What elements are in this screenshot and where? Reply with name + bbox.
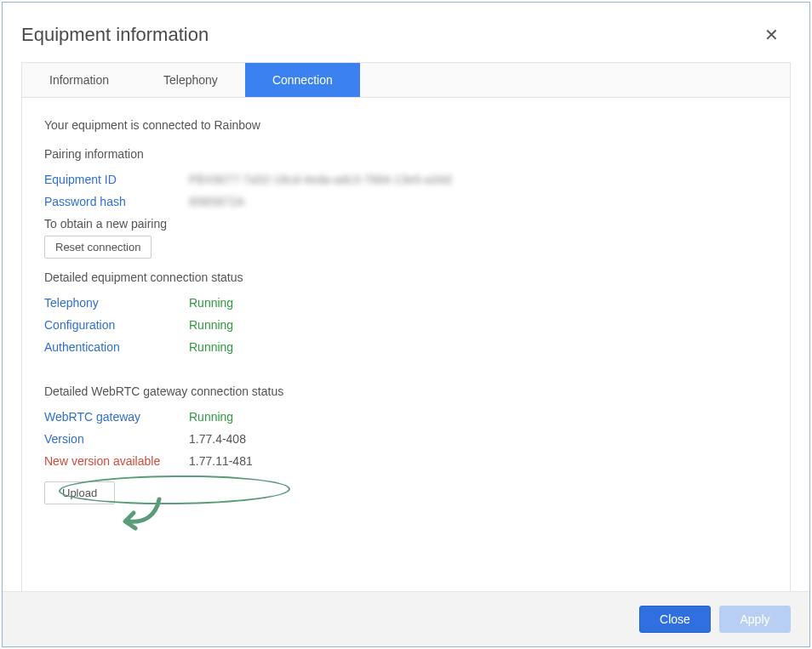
tab-content-connection: Your equipment is connected to Rainbow P… [22,98,790,591]
tab-information[interactable]: Information [22,63,136,97]
obtain-pairing-note: To obtain a new pairing [44,217,768,231]
new-version-value: 1.77.11-481 [189,454,253,468]
telephony-status-label: Telephony [44,296,189,310]
tabs-container: Information Telephony Connection Your eq… [21,62,791,591]
webrtc-status-title: Detailed WebRTC gateway connection statu… [44,384,768,398]
close-button[interactable]: Close [639,606,711,633]
configuration-status-label: Configuration [44,318,189,332]
reset-connection-button[interactable]: Reset connection [44,236,152,259]
connection-status-msg: Your equipment is connected to Rainbow [44,118,768,132]
new-version-label: New version available [44,454,189,468]
close-icon[interactable]: ✕ [758,23,786,47]
webrtc-version-value: 1.77.4-408 [189,432,246,446]
password-hash-value: 65B5872A [189,195,244,208]
webrtc-gateway-value: Running [189,410,233,424]
webrtc-version-label: Version [44,432,189,446]
upload-button[interactable]: Upload [44,481,115,504]
apply-button: Apply [719,606,791,633]
webrtc-gateway-label: WebRTC gateway [44,410,189,424]
modal-footer: Close Apply [3,591,809,646]
password-hash-label: Password hash [44,195,189,208]
tab-connection[interactable]: Connection [245,63,360,97]
tab-bar: Information Telephony Connection [22,63,790,98]
modal-title: Equipment information [21,24,209,46]
pairing-section-title: Pairing information [44,147,768,161]
equipment-id-value: PBX9077-7a52-18cd-4eda-adc3-7684-13e5-a3… [189,173,451,186]
equipment-id-label: Equipment ID [44,173,189,186]
detailed-status-title: Detailed equipment connection status [44,270,768,284]
telephony-status-value: Running [189,296,233,310]
modal: Equipment information ✕ Information Tele… [2,2,810,647]
authentication-status-value: Running [189,340,233,354]
modal-header: Equipment information ✕ [3,3,809,62]
tab-telephony[interactable]: Telephony [136,63,245,97]
authentication-status-label: Authentication [44,340,189,354]
configuration-status-value: Running [189,318,233,332]
